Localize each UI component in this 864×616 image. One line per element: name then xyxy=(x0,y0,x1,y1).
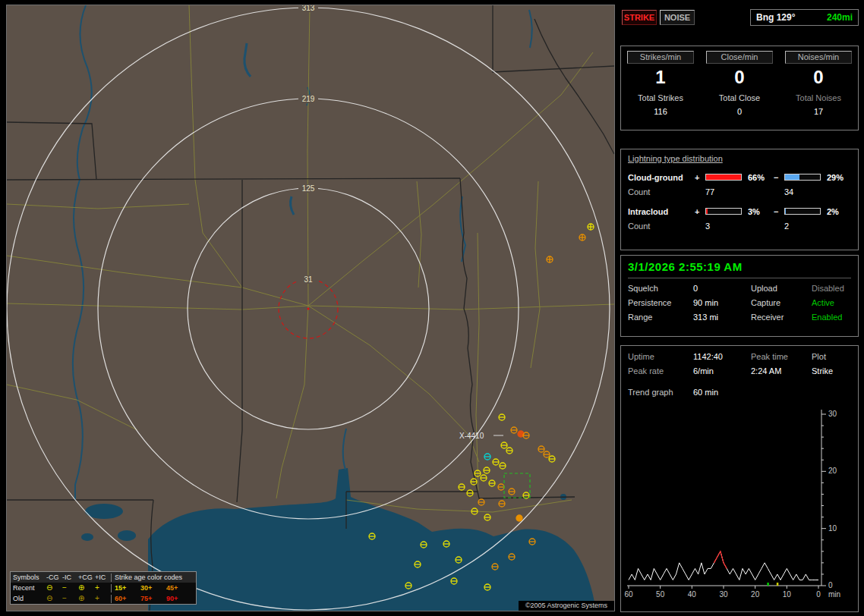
bearing-display: Bng 129° 240mi xyxy=(750,9,859,26)
legend-row-old: Old ⊖ − ⊕ + 60+ 75+ 90+ xyxy=(11,593,196,604)
total-strikes-label: Total Strikes xyxy=(638,93,683,102)
uptime-label: Uptime xyxy=(628,352,693,361)
peak-rate-value: 6/min xyxy=(693,366,751,376)
cg-negative-pct: 29% xyxy=(824,173,847,182)
legend-old-label: Old xyxy=(13,595,46,602)
strikes-per-min-button[interactable]: Strikes/min xyxy=(627,51,694,64)
cloud-ground-row: Cloud-ground + 66% − 29% xyxy=(628,170,851,184)
noise-button[interactable]: NOISE xyxy=(660,10,695,25)
svg-text:20: 20 xyxy=(828,467,837,475)
bearing-label: Bng 129° xyxy=(756,12,795,23)
receiver-status: Enabled xyxy=(812,313,851,322)
plot-type-value: Strike xyxy=(812,366,851,376)
legend-symbols-label: Symbols xyxy=(13,574,46,581)
range-label: Range xyxy=(628,313,693,322)
trend-graph-label: Trend graph xyxy=(628,388,693,397)
age-30: 30+ xyxy=(140,584,166,592)
count-label: Count xyxy=(628,187,695,196)
cloud-ground-count-row: Count 77 34 xyxy=(628,184,851,199)
datetime-display: 3/1/2026 2:55:19 AM xyxy=(628,260,851,273)
svg-text:min: min xyxy=(828,590,840,599)
total-strikes-value: 116 xyxy=(654,107,667,116)
old-pos-ic-icon: + xyxy=(95,594,109,603)
ic-positive-pct: 3% xyxy=(745,207,774,216)
recent-neg-cg-icon: ⊖ xyxy=(46,583,62,592)
status-grid: Squelch 0 Upload Disabled Persistence 90… xyxy=(628,284,851,322)
svg-text:30: 30 xyxy=(828,410,837,418)
minus-sign: − xyxy=(774,173,784,182)
copyright-text: ©2005 Astrogenic Systems xyxy=(519,601,614,611)
svg-text:20: 20 xyxy=(751,590,760,599)
noises-per-min-value: 0 xyxy=(813,67,823,88)
squelch-label: Squelch xyxy=(628,284,693,293)
legend-col-pos-ic: +IC xyxy=(95,574,109,581)
peak-rate-label: Peak rate xyxy=(628,366,693,376)
svg-text:40: 40 xyxy=(688,590,697,599)
persistence-label: Persistence xyxy=(628,298,693,307)
svg-text:31: 31 xyxy=(304,275,313,284)
svg-text:313: 313 xyxy=(302,5,315,12)
cg-positive-pct: 66% xyxy=(745,173,774,182)
count-label: Count xyxy=(628,222,695,231)
trend-graph: 01020306050403020100min xyxy=(623,405,858,608)
info-grid: Uptime 1142:40 Peak time Plot Peak rate … xyxy=(628,352,851,376)
cloud-ground-label: Cloud-ground xyxy=(628,173,695,182)
svg-text:60: 60 xyxy=(624,590,633,599)
legend-row-recent: Recent ⊖ − ⊕ + 15+ 30+ 45+ xyxy=(11,583,196,593)
svg-text:0: 0 xyxy=(828,581,833,589)
ic-negative-pct: 2% xyxy=(824,207,847,216)
nexstorm-window: 31321912531 X-4410 Symbols -CG -IC +CG +… xyxy=(0,0,864,616)
svg-text:10: 10 xyxy=(783,590,792,599)
noises-per-min-button[interactable]: Noises/min xyxy=(785,51,852,64)
old-neg-ic-icon: − xyxy=(62,594,78,603)
legend-age-header: Strike age color codes xyxy=(115,574,194,581)
ic-positive-count: 3 xyxy=(705,222,745,231)
svg-text:10: 10 xyxy=(828,524,837,533)
age-75: 75+ xyxy=(140,595,166,602)
svg-text:0: 0 xyxy=(816,590,821,599)
minus-sign: − xyxy=(774,207,784,216)
capture-status: Active xyxy=(812,298,851,307)
rates-box: Strikes/min 1 Total Strikes 116 Close/mi… xyxy=(620,46,859,130)
cg-positive-count: 77 xyxy=(705,187,745,196)
map-legend: Symbols -CG -IC +CG +IC Strike age color… xyxy=(10,571,197,605)
svg-text:125: 125 xyxy=(302,184,315,193)
old-pos-cg-icon: ⊕ xyxy=(78,594,95,603)
legend-col-pos-cg: +CG xyxy=(78,574,95,581)
age-60: 60+ xyxy=(115,595,140,602)
bearing-distance: 240mi xyxy=(827,12,853,23)
recent-neg-ic-icon: − xyxy=(62,583,78,592)
ic-negative-count: 2 xyxy=(784,222,824,231)
legend-header: Symbols -CG -IC +CG +IC Strike age color… xyxy=(11,572,196,583)
trend-graph-row: Trend graph 60 min xyxy=(628,388,851,397)
trend-window-value: 60 min xyxy=(693,388,851,397)
noises-column: Noises/min 0 Total Noises 17 xyxy=(779,46,858,130)
total-noises-label: Total Noises xyxy=(796,93,841,102)
map-canvas: 31321912531 X-4410 xyxy=(7,5,614,611)
age-90: 90+ xyxy=(166,595,192,602)
capture-label: Capture xyxy=(751,298,812,307)
total-close-label: Total Close xyxy=(719,93,760,102)
plus-sign: + xyxy=(695,207,705,216)
uptime-value: 1142:40 xyxy=(693,352,751,361)
divider xyxy=(628,278,851,278)
strike-button[interactable]: STRIKE xyxy=(622,10,657,25)
close-column: Close/min 0 Total Close 0 xyxy=(700,46,779,130)
cg-negative-count: 34 xyxy=(784,187,824,196)
age-45: 45+ xyxy=(166,584,192,592)
cg-negative-bar xyxy=(784,174,821,181)
age-15: 15+ xyxy=(115,584,140,592)
receiver-label: Receiver xyxy=(751,313,812,322)
svg-text:30: 30 xyxy=(719,590,728,599)
recent-pos-cg-icon: ⊕ xyxy=(78,583,95,592)
close-per-min-value: 0 xyxy=(734,67,744,88)
plus-sign: + xyxy=(695,173,705,182)
strikes-column: Strikes/min 1 Total Strikes 116 xyxy=(621,46,700,130)
persistence-value: 90 min xyxy=(693,298,751,307)
ic-positive-bar xyxy=(705,208,742,215)
upload-label: Upload xyxy=(751,284,812,293)
lightning-map[interactable]: 31321912531 X-4410 Symbols -CG -IC +CG +… xyxy=(6,5,615,611)
old-neg-cg-icon: ⊖ xyxy=(46,594,62,603)
close-per-min-button[interactable]: Close/min xyxy=(706,51,773,64)
trend-box: Uptime 1142:40 Peak time Plot Peak rate … xyxy=(620,345,859,612)
